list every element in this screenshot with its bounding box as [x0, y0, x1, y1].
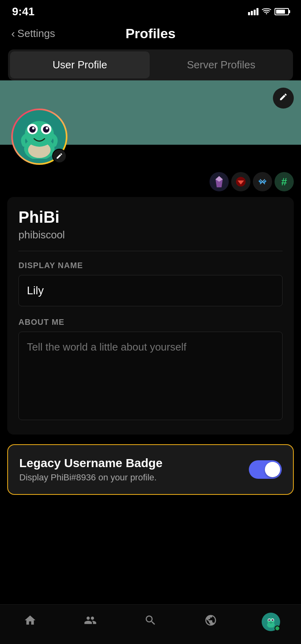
svg-point-0	[266, 13, 267, 14]
discover-icon	[204, 614, 217, 630]
avatar-edit-button[interactable]	[52, 149, 67, 163]
pencil-small-icon	[56, 152, 63, 160]
profile-nav-avatar	[262, 613, 280, 631]
signal-bars-icon	[248, 8, 258, 15]
svg-point-25	[272, 619, 273, 621]
svg-point-8	[43, 126, 49, 133]
search-icon	[144, 614, 157, 630]
back-button[interactable]: ‹ Settings	[11, 27, 55, 40]
battery-fill	[276, 10, 285, 14]
home-icon	[24, 614, 37, 630]
bottom-nav-discover[interactable]	[197, 612, 225, 632]
friends-icon	[84, 614, 97, 630]
svg-point-24	[268, 619, 270, 621]
bottom-nav-search[interactable]	[136, 612, 165, 632]
display-name-label: DISPLAY NAME	[18, 261, 283, 270]
nav-bar: ‹ Settings Profiles	[0, 22, 301, 49]
page-title: Profiles	[126, 26, 176, 41]
status-icons	[248, 7, 289, 16]
badge-downvote	[231, 172, 250, 191]
svg-point-21	[267, 618, 275, 624]
svg-point-10	[46, 127, 48, 129]
status-bar: 9:41	[0, 0, 301, 22]
about-me-label: ABOUT ME	[18, 318, 283, 327]
legacy-badge-card: Legacy Username Badge Display PhiBi#8936…	[7, 444, 294, 495]
edit-banner-button[interactable]	[273, 88, 294, 109]
badge-hashtag: #	[275, 172, 294, 191]
tab-user-profile[interactable]: User Profile	[10, 51, 150, 78]
svg-point-7	[29, 126, 36, 133]
profile-nav-frog-icon	[265, 616, 277, 628]
about-me-textarea[interactable]	[18, 332, 283, 420]
online-status-dot	[275, 626, 280, 631]
profile-banner[interactable]	[0, 80, 301, 145]
badge-tools	[253, 172, 272, 191]
crystal-badge-icon	[215, 176, 224, 187]
profile-card: PhiBi phibiscool DISPLAY NAME ABOUT ME	[7, 197, 294, 435]
badge-crystal	[209, 172, 229, 191]
tab-user-profile-label: User Profile	[53, 59, 107, 71]
profile-display-name: PhiBi	[18, 208, 283, 226]
hashtag-text: #	[281, 176, 287, 188]
battery-icon	[275, 8, 289, 15]
svg-point-4	[25, 121, 54, 147]
pencil-icon	[279, 92, 288, 104]
downvote-badge-icon	[236, 176, 246, 187]
profile-banner-section: #	[0, 80, 301, 197]
wifi-icon	[262, 7, 271, 16]
legacy-badge-title: Legacy Username Badge	[19, 456, 163, 470]
bottom-nav-profile[interactable]	[257, 612, 285, 632]
avatar-container	[11, 109, 67, 165]
badges-row: #	[0, 167, 301, 197]
tools-badge-icon	[257, 176, 268, 187]
profile-divider	[18, 251, 283, 251]
legacy-badge-subtitle: Display PhiBi#8936 on your profile.	[19, 472, 163, 483]
bottom-nav-home[interactable]	[16, 612, 44, 632]
legacy-badge-toggle[interactable]	[249, 460, 282, 479]
toggle-knob	[265, 462, 280, 477]
display-name-input[interactable]	[18, 275, 283, 306]
back-label: Settings	[17, 27, 55, 40]
profile-username: phibiscool	[18, 229, 283, 241]
bottom-nav	[0, 604, 301, 644]
tab-server-profiles-label: Server Profiles	[187, 59, 256, 71]
status-time: 9:41	[12, 5, 35, 18]
back-chevron-icon: ‹	[11, 27, 15, 40]
svg-point-9	[32, 127, 35, 129]
tab-server-profiles[interactable]: Server Profiles	[151, 51, 291, 78]
bottom-nav-friends[interactable]	[76, 612, 104, 632]
tab-switcher: User Profile Server Profiles	[8, 49, 293, 80]
legacy-badge-text-container: Legacy Username Badge Display PhiBi#8936…	[19, 456, 163, 483]
